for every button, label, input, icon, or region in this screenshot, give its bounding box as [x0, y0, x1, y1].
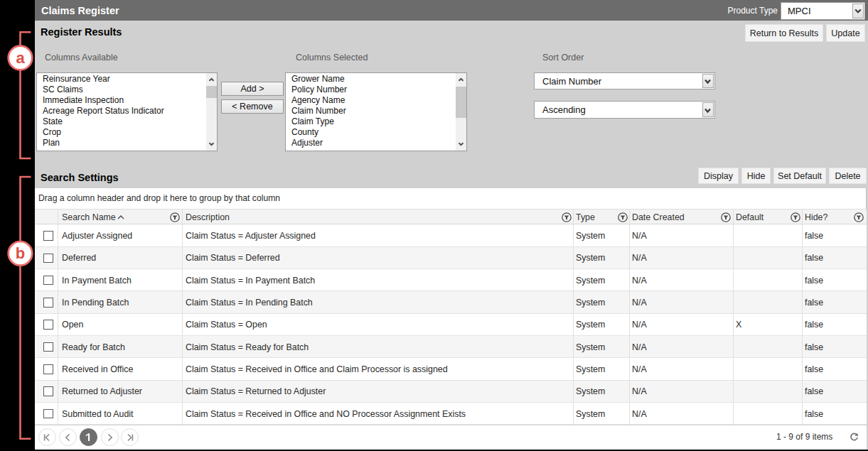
- svg-text:a: a: [16, 49, 25, 67]
- svg-text:b: b: [16, 244, 25, 262]
